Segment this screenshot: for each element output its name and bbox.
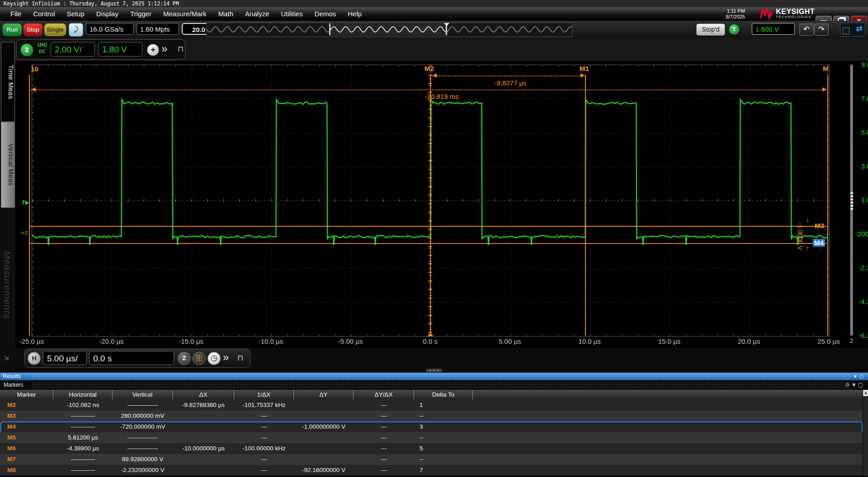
autoscale-button[interactable]: ⇄ bbox=[840, 23, 865, 37]
marker-row-m4[interactable]: M4-------------720.000000 mV----1.000000… bbox=[0, 421, 863, 432]
marker-right-clamped-line[interactable] bbox=[827, 75, 828, 336]
horizontal-button[interactable]: H bbox=[28, 352, 41, 365]
cell-inv_dx: --- bbox=[234, 421, 294, 432]
clock-icon: ◷ bbox=[211, 354, 217, 362]
marker-row-m6[interactable]: M6-4.38800 µs----------------10.0000000 … bbox=[0, 443, 863, 454]
channel-coupling-button[interactable]: 1MΩ DC bbox=[36, 42, 48, 55]
channel-scale-field[interactable]: 2.00 V/ bbox=[51, 42, 95, 56]
cell-dx: -10.0000000 µs bbox=[173, 443, 234, 454]
delta-y-up-arrow-icon: ↑ bbox=[806, 244, 809, 253]
trigger-level-marker[interactable]: T bbox=[22, 199, 31, 206]
acquisition-status-button[interactable]: Stop'd bbox=[696, 23, 725, 36]
redo-button[interactable]: ↷ bbox=[814, 23, 829, 36]
menu-file[interactable]: File bbox=[5, 7, 27, 21]
cell-vertical: -2.232000000 V bbox=[113, 465, 173, 476]
channel-offset-field[interactable]: 1.80 V bbox=[98, 42, 142, 56]
cell-vertical: --------------- bbox=[113, 432, 173, 443]
vertical-scrollbar[interactable] bbox=[850, 65, 853, 336]
marker-left-label[interactable]: 10 bbox=[31, 65, 38, 73]
cell-dy: -1.000000000 V bbox=[294, 421, 354, 432]
menu-bar: FileControlSetupDisplayTriggerMeasure/Ma… bbox=[0, 7, 868, 21]
marker-m1-label[interactable]: M1 bbox=[580, 65, 589, 72]
channel-expand-button[interactable]: » bbox=[161, 42, 167, 55]
menu-demos[interactable]: Demos bbox=[309, 7, 342, 21]
markers-maximize-icon[interactable]: ▢ bbox=[858, 382, 864, 388]
autoscale-arrows-icon: ⇄ bbox=[856, 24, 863, 33]
zoom-button[interactable]: Z bbox=[178, 352, 191, 365]
marker-m4-label[interactable]: M4 bbox=[813, 239, 825, 247]
cell-horizontal: -102.082 ns bbox=[53, 400, 113, 411]
marker-row-m8[interactable]: M8-------------2.232000000 V----92.16000… bbox=[0, 465, 863, 476]
menu-display[interactable]: Display bbox=[90, 7, 124, 21]
marker-right-label[interactable]: M bbox=[823, 65, 829, 72]
vertical-scrollbar-handle[interactable] bbox=[850, 192, 853, 210]
marker-m1-line[interactable] bbox=[585, 75, 586, 336]
horizontal-expand-button[interactable]: » bbox=[223, 351, 229, 364]
scroll-up-button[interactable]: ▲ bbox=[863, 390, 868, 396]
tab-time-meas[interactable]: Time Meas bbox=[1, 42, 15, 122]
markers-gear-icon[interactable]: ⚙ bbox=[845, 382, 851, 388]
marker-row-m5[interactable]: M55.61200 µs----------------------- bbox=[0, 432, 863, 443]
markers-dropdown-icon[interactable]: ▼ bbox=[851, 382, 858, 388]
trigger-source-button[interactable]: T bbox=[729, 24, 740, 35]
channel-pin-button[interactable]: ⊓ bbox=[178, 44, 184, 54]
marker-row-m7[interactable]: M7------------89.92800000 V-------- bbox=[0, 454, 863, 465]
results-dropdown-icon[interactable]: ▼ bbox=[853, 374, 859, 379]
results-header[interactable]: Results ▼▢ bbox=[0, 373, 868, 380]
menu-help[interactable]: Help bbox=[342, 7, 368, 21]
menu-measure-mark[interactable]: Measure/Mark bbox=[157, 7, 212, 21]
single-button[interactable]: Single bbox=[44, 23, 66, 37]
trigger-arrow-icon bbox=[25, 201, 31, 205]
waveform-overview-strip[interactable] bbox=[206, 23, 572, 37]
panel-splitter[interactable]: ● ● ● bbox=[0, 368, 868, 373]
markers-tab-bar[interactable]: Markers ⚙▼▢ bbox=[0, 380, 868, 390]
run-button[interactable]: Run bbox=[2, 23, 22, 37]
sample-rate-field[interactable]: 16.0 GSa/s bbox=[86, 23, 134, 35]
markers-table-header: MarkerHorizontalVerticalΔX1/ΔXΔYΔY/ΔXDel… bbox=[0, 390, 863, 400]
resize-corner-icon[interactable]: ⇲ bbox=[4, 354, 9, 361]
timebase-position-field[interactable]: 0.0 s bbox=[89, 351, 174, 365]
marker-m4-line[interactable] bbox=[29, 243, 827, 244]
undo-button[interactable]: ↶ bbox=[799, 23, 814, 36]
memory-depth-field[interactable]: 1.60 Mpts bbox=[137, 23, 179, 35]
timebase-scale-field[interactable]: 5.00 µs/ bbox=[43, 351, 87, 365]
horizontal-panel: H 5.00 µs/ 0.0 s Z ◷ » ⊓ bbox=[24, 349, 250, 368]
menu-trigger[interactable]: Trigger bbox=[124, 7, 157, 21]
cell-dy bbox=[294, 443, 354, 454]
acquisition-mode-button[interactable] bbox=[193, 352, 206, 365]
tab-vertical-meas[interactable]: Vertical Meas bbox=[1, 122, 15, 208]
menu-math[interactable]: Math bbox=[212, 7, 239, 21]
menu-control[interactable]: Control bbox=[27, 7, 61, 21]
cell-marker: M2 bbox=[0, 400, 53, 411]
cell-vertical: 89.92800000 V bbox=[113, 454, 173, 465]
menu-setup[interactable]: Setup bbox=[61, 7, 90, 21]
channel-ground-marker[interactable]: ⏚2 bbox=[21, 229, 28, 236]
marker-row-m3[interactable]: M3------------280.000000 mV-------- bbox=[0, 411, 863, 421]
touch-mode-button[interactable]: ⤸ bbox=[69, 23, 83, 37]
marker-row-m2[interactable]: M2-102.082 ns----------------9.82768380 … bbox=[0, 400, 863, 411]
cell-vertical: -720.000000 mV bbox=[113, 421, 173, 432]
trigger-time-icon[interactable] bbox=[427, 332, 434, 337]
splitter-handle[interactable]: ● ● ● bbox=[426, 369, 442, 372]
menu-utilities[interactable]: Utilities bbox=[275, 7, 308, 21]
cell-delta_to: -- bbox=[414, 454, 473, 465]
marker-m2-label[interactable]: M2 bbox=[425, 65, 434, 72]
add-channel-button[interactable]: + bbox=[147, 44, 159, 56]
menu-analyze[interactable]: Analyze bbox=[239, 7, 275, 21]
trigger-level-field[interactable]: 1.600 V bbox=[752, 23, 795, 35]
stop-button[interactable]: Stop bbox=[23, 23, 43, 37]
menu-items: FileControlSetupDisplayTriggerMeasure/Ma… bbox=[5, 7, 368, 21]
table-scrollbar[interactable]: ▲ bbox=[863, 390, 868, 476]
marker-m3-line[interactable] bbox=[29, 226, 827, 227]
horizontal-pin-button[interactable]: ⊓ bbox=[237, 353, 243, 363]
channel-2-button[interactable]: 2 bbox=[20, 43, 33, 56]
clock-date: 8/7/2025 bbox=[726, 14, 745, 20]
chevrons-icon: » bbox=[223, 351, 229, 363]
cell-dx bbox=[173, 411, 234, 421]
column-header-1: Horizontal bbox=[53, 390, 113, 400]
results-maximize-icon[interactable]: ▢ bbox=[859, 374, 865, 379]
overview-window-handle[interactable] bbox=[329, 23, 330, 35]
marker-m3-label[interactable]: M3 bbox=[815, 222, 824, 229]
time-reference-button[interactable]: ◷ bbox=[208, 352, 221, 365]
x-axis-label: 0.0 s bbox=[410, 337, 451, 345]
